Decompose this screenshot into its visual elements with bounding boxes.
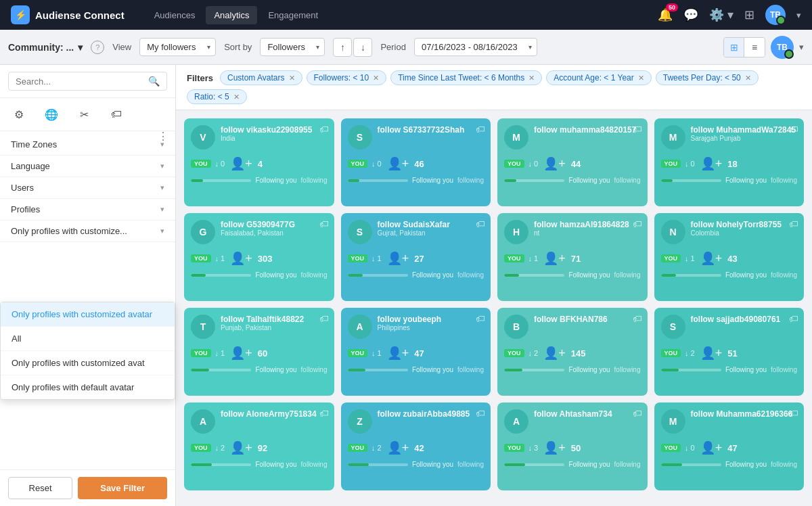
follow-button[interactable]: 👤+ <box>700 251 723 266</box>
profile-card[interactable]: A follow youbeeph Philippines 🏷 YOU ↓ 1 … <box>341 308 491 396</box>
follow-button[interactable]: 👤+ <box>543 156 566 171</box>
list-view-button[interactable]: ≡ <box>744 38 765 57</box>
follow-button[interactable]: 👤+ <box>230 440 252 455</box>
user-avatar[interactable]: TB <box>765 5 786 25</box>
filter-chip-0-remove[interactable]: ✕ <box>289 74 295 83</box>
card-name: follow zubairAbba49885 <box>378 409 484 419</box>
follow-button[interactable]: 👤+ <box>230 156 252 171</box>
tag-icon-button[interactable]: 🏷 <box>106 104 127 125</box>
progress-fill <box>661 179 673 182</box>
community-selector[interactable]: Community: ... ▾ <box>8 42 83 53</box>
sort-desc-button[interactable]: ↓ <box>353 38 372 57</box>
dropdown-option-2[interactable]: Only profiles with customized avat <box>1 351 175 375</box>
sort-asc-button[interactable]: ↑ <box>333 38 352 57</box>
profile-card[interactable]: A follow AloneArmy751834 🏷 YOU ↓ 2 👤+ 92 <box>184 402 334 490</box>
profile-card[interactable]: S follow sajjadb49080761 🏷 YOU ↓ 2 👤+ 51 <box>654 308 805 396</box>
sort-select[interactable]: Followers <box>260 38 325 56</box>
card-footer: Following you following <box>191 366 328 373</box>
follow-button[interactable]: 👤+ <box>387 156 409 171</box>
filter-row-users[interactable]: Users ▾ <box>0 177 175 199</box>
grid-button[interactable]: ⊞ <box>744 7 754 22</box>
card-info: follow MuhammadWa72845 Sarajgah Punjab <box>691 125 798 142</box>
profiles-grid: V follow vikasku22908955 India 🏷 YOU ↓ 0… <box>176 110 812 506</box>
dropdown-option-1[interactable]: All <box>1 327 175 351</box>
profile-card[interactable]: M follow muhamma84820157 🏷 YOU ↓ 0 👤+ 44 <box>497 118 648 206</box>
profile-card[interactable]: Z follow zubairAbba49885 🏷 YOU ↓ 2 👤+ 42 <box>341 402 491 490</box>
brand-logo[interactable]: ⚡ Audiense Connect <box>11 5 125 24</box>
grid-view-button[interactable]: ⊞ <box>724 38 744 57</box>
profile-card[interactable]: H follow hamzaAl91864828 nt 🏷 YOU ↓ 1 👤+… <box>497 213 648 301</box>
settings-button[interactable]: ⚙️ ▾ <box>709 7 734 22</box>
filter-row-language[interactable]: Language ▾ <box>0 156 175 177</box>
community-avatar[interactable]: TB <box>771 36 794 59</box>
follow-button[interactable]: 👤+ <box>700 440 723 455</box>
more-options-button[interactable]: ⋮ <box>158 130 168 143</box>
period-select[interactable]: 07/16/2023 - 08/16/2023 <box>414 38 537 56</box>
profile-card[interactable]: M follow MuhammadWa72845 Sarajgah Punjab… <box>654 118 805 206</box>
scissors-icon-button[interactable]: ✂ <box>73 104 95 125</box>
filter-row-profiles-sub[interactable]: Only profiles with customize... ▾ <box>0 221 175 242</box>
community-avatar-arrow[interactable]: ▾ <box>799 42 804 52</box>
card-stats: ↓ 1 👤+ 71 <box>528 251 581 266</box>
follow-button[interactable]: 👤+ <box>700 346 723 361</box>
notifications-button[interactable]: 🔔 50 <box>658 7 673 22</box>
card-tag-icon: 🏷 <box>476 313 485 324</box>
progress-fill <box>504 274 519 277</box>
filter-chip-3-remove[interactable]: ✕ <box>638 74 644 83</box>
progress-fill <box>191 369 209 371</box>
user-menu-arrow[interactable]: ▾ <box>796 10 801 20</box>
dropdown-option-0[interactable]: Only profiles with customized avatar <box>1 302 175 327</box>
filter-chip-2-remove[interactable]: ✕ <box>528 74 535 83</box>
filter-chip-4-remove[interactable]: ✕ <box>745 74 751 83</box>
follow-button[interactable]: 👤+ <box>387 346 409 361</box>
card-avatar: S <box>348 125 372 150</box>
profile-card[interactable]: S follow SudaisXafar Gujrat, Pakistan 🏷 … <box>341 213 491 301</box>
follow-button[interactable]: 👤+ <box>387 440 409 455</box>
save-filter-button[interactable]: Save Filter <box>78 477 167 499</box>
follow-button[interactable]: 👤+ <box>700 156 723 171</box>
profile-card[interactable]: G follow G53909477G Faisalabad, Pakistan… <box>184 213 334 301</box>
nav-analytics[interactable]: Analytics <box>206 6 257 24</box>
nav-engagement[interactable]: Engagement <box>260 6 326 24</box>
follow-button[interactable]: 👤+ <box>543 346 566 361</box>
filter-chip-1-remove[interactable]: ✕ <box>373 74 379 83</box>
following-sub: following <box>614 366 641 373</box>
profile-card[interactable]: B follow BFKHAN786 🏷 YOU ↓ 2 👤+ 145 <box>497 308 648 396</box>
follow-button[interactable]: 👤+ <box>543 251 566 266</box>
nav-audiences[interactable]: Audiences <box>146 6 204 24</box>
card-info: follow S67337732Shah <box>378 125 484 135</box>
reset-button[interactable]: Reset <box>8 477 72 499</box>
filter-row-profiles[interactable]: Profiles ▾ <box>0 199 175 221</box>
dropdown-option-3[interactable]: Only profiles with default avatar <box>1 375 175 399</box>
globe-icon-button[interactable]: 🌐 <box>41 104 62 125</box>
filter-row-timezones[interactable]: Time Zones ▾ <box>0 134 175 156</box>
followers-count: 27 <box>414 254 424 264</box>
card-info: follow NohelyTorr88755 Colombia <box>691 220 798 237</box>
view-select[interactable]: My followers <box>139 38 216 56</box>
profile-card[interactable]: A follow Ahtasham734 🏷 YOU ↓ 3 👤+ 50 <box>497 402 648 490</box>
you-badge: YOU <box>661 349 681 357</box>
card-avatar: H <box>504 220 528 244</box>
filters-label: Filters <box>187 73 213 83</box>
follow-button[interactable]: 👤+ <box>387 251 409 266</box>
profile-card[interactable]: V follow vikasku22908955 India 🏷 YOU ↓ 0… <box>184 118 334 206</box>
filter-chip-5-remove[interactable]: ✕ <box>233 93 240 101</box>
profile-card[interactable]: T follow Talhalftik48822 Punjab, Pakista… <box>184 308 334 396</box>
messages-button[interactable]: 💬 <box>683 7 698 22</box>
filter-icon-button[interactable]: ⚙ <box>8 104 30 125</box>
follow-button[interactable]: 👤+ <box>543 440 566 455</box>
follow-button[interactable]: 👤+ <box>230 251 252 266</box>
followers-count: 303 <box>258 254 273 264</box>
profile-card[interactable]: M follow Muhamma62196366 🏷 YOU ↓ 0 👤+ 47 <box>654 402 805 490</box>
card-stats: ↓ 2 👤+ 42 <box>371 440 424 455</box>
search-input[interactable] <box>16 76 148 87</box>
following-sub: following <box>614 177 641 184</box>
profile-card[interactable]: S follow S67337732Shah 🏷 YOU ↓ 0 👤+ 46 <box>341 118 491 206</box>
card-name: follow muhamma84820157 <box>534 125 641 135</box>
sort-direction-buttons: ↑ ↓ <box>333 38 372 57</box>
profile-card[interactable]: N follow NohelyTorr88755 Colombia 🏷 YOU … <box>654 213 805 301</box>
follow-button[interactable]: 👤+ <box>230 346 252 361</box>
help-button[interactable]: ? <box>91 41 104 54</box>
card-footer: Following you following <box>348 366 484 373</box>
card-stats: ↓ 2 👤+ 51 <box>685 346 738 361</box>
